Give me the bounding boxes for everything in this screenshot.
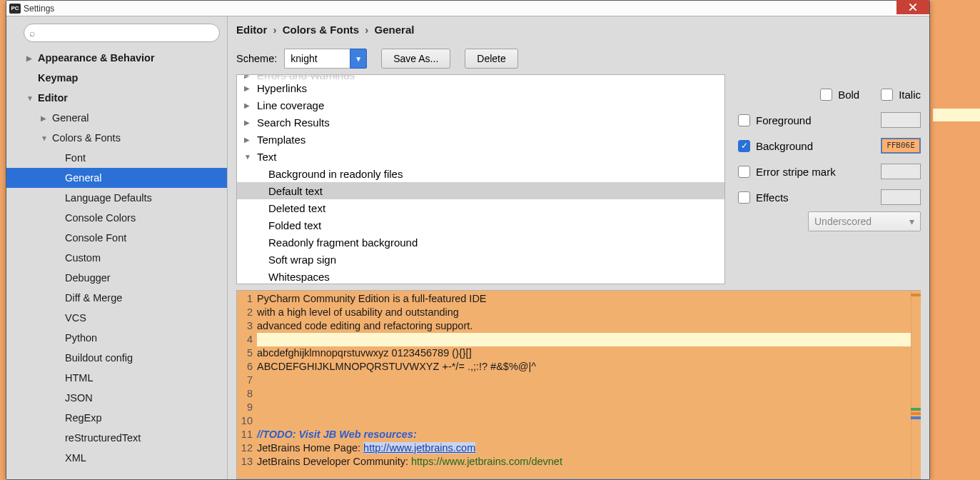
category-item[interactable]: Default text: [237, 182, 724, 199]
code-line: [257, 333, 921, 346]
category-item[interactable]: Deleted text: [237, 199, 724, 216]
sidebar-item-console-font[interactable]: Console Font: [6, 228, 227, 248]
scheme-combo[interactable]: ▼: [284, 49, 367, 69]
sidebar-item-buildout-config[interactable]: Buildout config: [6, 348, 227, 368]
background-checkbox[interactable]: ✓: [738, 140, 750, 152]
category-label: Readonly fragment background: [268, 236, 418, 249]
settings-window: PC Settings ⌕ Appearance & BehaviorKeyma…: [6, 0, 930, 480]
background-option[interactable]: ✓ Background: [738, 140, 813, 152]
foreground-option[interactable]: Foreground: [738, 114, 812, 126]
sidebar-item-diff-merge[interactable]: Diff & Merge: [6, 288, 227, 308]
titlebar[interactable]: PC Settings: [6, 1, 929, 16]
category-item[interactable]: Soft wrap sign: [237, 251, 724, 268]
category-item[interactable]: Readonly fragment background: [237, 234, 724, 251]
sidebar-item-console-colors[interactable]: Console Colors: [6, 208, 227, 228]
sidebar-item-general[interactable]: General: [6, 108, 227, 128]
sidebar-item-label: XML: [65, 452, 86, 464]
category-label: Folded text: [268, 219, 321, 231]
sidebar-item-vcs[interactable]: VCS: [6, 308, 227, 328]
effects-swatch[interactable]: [881, 189, 921, 205]
category-item[interactable]: Search Results: [237, 114, 724, 131]
close-button[interactable]: [896, 0, 929, 14]
scheme-input[interactable]: [284, 49, 350, 69]
sidebar-item-label: Editor: [38, 92, 68, 104]
code-line: [257, 414, 921, 428]
line-number: 13: [237, 455, 253, 469]
category-item[interactable]: Whitespaces: [237, 268, 724, 284]
bold-checkbox[interactable]: [820, 89, 832, 101]
sidebar-item-appearance-behavior[interactable]: Appearance & Behavior: [6, 48, 227, 68]
tree-arrow-icon: [244, 119, 253, 126]
main-panel: Editor › Colors & Fonts › General Scheme…: [228, 16, 929, 479]
sidebar-item-label: Custom: [65, 252, 101, 264]
code-line: advanced code editing and refactoring su…: [257, 319, 921, 333]
italic-option[interactable]: Italic: [881, 89, 921, 101]
error-stripe-option[interactable]: Error stripe mark: [738, 166, 836, 178]
sidebar: ⌕ Appearance & BehaviorKeymapEditorGener…: [6, 16, 228, 479]
effects-label: Effects: [756, 191, 789, 204]
code-line: [257, 374, 921, 387]
scheme-row: Scheme: ▼ Save As... Delete: [236, 49, 921, 69]
sidebar-item-xml[interactable]: XML: [6, 448, 227, 468]
tree-arrow-icon: [26, 94, 35, 102]
effects-type-dropdown[interactable]: Underscored ▾: [808, 211, 921, 231]
sidebar-item-json[interactable]: JSON: [6, 388, 227, 408]
sidebar-item-html[interactable]: HTML: [6, 368, 227, 388]
sidebar-item-language-defaults[interactable]: Language Defaults: [6, 188, 227, 208]
sidebar-item-label: Python: [65, 332, 97, 344]
category-item[interactable]: Folded text: [237, 216, 724, 234]
breadcrumb-editor[interactable]: Editor: [236, 24, 267, 36]
content-area: ⌕ Appearance & BehaviorKeymapEditorGener…: [6, 16, 929, 479]
error-stripe-swatch[interactable]: [881, 164, 921, 179]
minimap-scrollbar[interactable]: [911, 291, 921, 479]
sidebar-item-font[interactable]: Font: [6, 148, 227, 168]
line-number: 12: [237, 441, 253, 455]
bold-label: Bold: [838, 89, 859, 101]
sidebar-item-label: Debugger: [65, 272, 111, 284]
category-list[interactable]: Errors and WarningsHyperlinksLine covera…: [236, 74, 725, 284]
category-item[interactable]: Background in readonly files: [237, 165, 724, 182]
sidebar-item-custom[interactable]: Custom: [6, 248, 227, 268]
category-item[interactable]: Errors and Warnings: [237, 74, 724, 79]
category-item[interactable]: Line coverage: [237, 96, 724, 114]
chevron-down-icon[interactable]: ▼: [350, 49, 367, 69]
sidebar-item-python[interactable]: Python: [6, 328, 227, 348]
code-area[interactable]: PyCharm Community Edition is a full-feat…: [257, 291, 921, 479]
background-swatch[interactable]: FFB06E: [881, 138, 921, 154]
bold-option[interactable]: Bold: [820, 89, 859, 101]
app-icon: PC: [9, 4, 21, 14]
sidebar-item-restructuredtext[interactable]: reStructuredText: [6, 428, 227, 448]
error-stripe-row: Error stripe mark: [738, 159, 921, 184]
search-input[interactable]: [24, 24, 220, 42]
sidebar-item-label: Colors & Fonts: [52, 132, 121, 144]
minimap-mark: [911, 408, 921, 411]
italic-checkbox[interactable]: [881, 89, 893, 101]
sidebar-item-label: Console Colors: [65, 212, 136, 224]
effects-option[interactable]: Effects: [738, 191, 789, 204]
effects-checkbox[interactable]: [738, 191, 750, 204]
category-item[interactable]: Templates: [237, 131, 724, 148]
window-title: Settings: [24, 4, 54, 14]
delete-button[interactable]: Delete: [465, 49, 517, 69]
line-number: 3: [237, 319, 253, 333]
sidebar-item-general[interactable]: General: [6, 168, 227, 188]
sidebar-item-regexp[interactable]: RegExp: [6, 408, 227, 428]
category-label: Whitespaces: [268, 271, 330, 283]
sidebar-item-label: reStructuredText: [65, 432, 141, 444]
foreground-checkbox[interactable]: [738, 114, 750, 126]
category-item[interactable]: Hyperlinks: [237, 79, 724, 96]
category-item[interactable]: Text: [237, 148, 724, 165]
breadcrumb-colors-fonts[interactable]: Colors & Fonts: [283, 24, 360, 36]
sidebar-item-debugger[interactable]: Debugger: [6, 268, 227, 288]
tree-arrow-icon: [26, 54, 35, 62]
sidebar-item-keymap[interactable]: Keymap: [6, 68, 227, 88]
gutter: 12345678910111213: [237, 291, 257, 479]
save-as-button[interactable]: Save As...: [381, 49, 450, 69]
tree-arrow-icon: [244, 153, 253, 161]
sidebar-item-colors-fonts[interactable]: Colors & Fonts: [6, 128, 227, 148]
preview-editor[interactable]: 12345678910111213 PyCharm Community Edit…: [236, 290, 921, 479]
error-stripe-checkbox[interactable]: [738, 166, 750, 178]
foreground-swatch[interactable]: [881, 112, 921, 128]
mid-row: Errors and WarningsHyperlinksLine covera…: [236, 74, 921, 284]
sidebar-item-editor[interactable]: Editor: [6, 88, 227, 108]
